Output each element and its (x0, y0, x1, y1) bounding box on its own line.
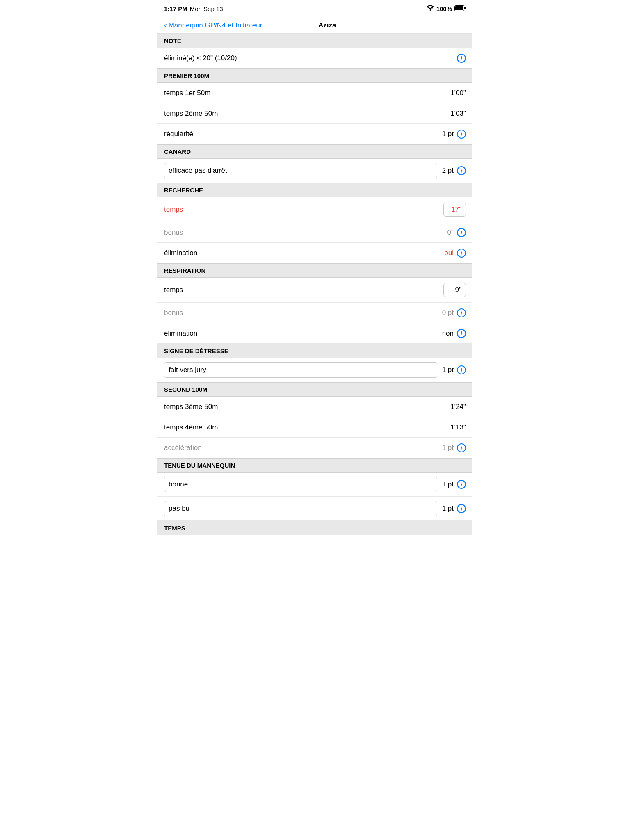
row-label: bonus (164, 309, 442, 317)
info-button[interactable]: i (457, 228, 466, 237)
row-value-info-wrap: noni (442, 329, 466, 338)
battery-percentage: 100% (436, 5, 452, 12)
info-button[interactable]: i (457, 308, 466, 317)
row-value: 1 pt (442, 504, 454, 513)
row-value: 1'03" (450, 110, 466, 118)
row-label: régularité (164, 130, 442, 138)
back-button[interactable]: ‹ Mannequin GP/N4 et Initiateur (164, 21, 262, 30)
svg-rect-1 (455, 6, 463, 10)
row-value-info-wrap: 1 pti (442, 504, 466, 513)
row-label: élimination (164, 249, 444, 257)
table-row: éliminationnoni (158, 323, 472, 344)
section-header-recherche: RECHERCHE (158, 183, 472, 197)
row-input[interactable]: efficace pas d'arrêt (164, 163, 437, 178)
row-value: oui (444, 249, 454, 257)
svg-rect-2 (464, 7, 466, 9)
row-value-info-wrap: 0 pti (442, 308, 466, 317)
row-label: temps 3ème 50m (164, 403, 450, 411)
row-value: 1'24" (450, 403, 466, 411)
row-value-info-wrap: 2 pti (442, 166, 466, 175)
row-value-info-wrap: 1 pti (442, 130, 466, 139)
row-value: 1 pt (442, 130, 454, 138)
row-value: 1 pt (442, 444, 454, 452)
row-value: 0" (447, 228, 454, 237)
row-input[interactable]: bonne (164, 477, 437, 492)
status-right: 100% (427, 5, 466, 12)
row-value-info-wrap: 1 pti (442, 365, 466, 374)
status-bar: 1:17 PM Mon Sep 13 100% (158, 0, 472, 17)
battery-icon (454, 5, 466, 12)
info-button[interactable]: i (457, 504, 466, 513)
status-date: Mon Sep 13 (190, 5, 223, 12)
info-button[interactable]: i (457, 443, 466, 452)
row-input[interactable]: fait vers jury (164, 362, 437, 378)
row-value: non (442, 329, 454, 338)
table-row: pas bu1 pti (158, 497, 472, 521)
row-label: accélération (164, 444, 442, 452)
section-header-temps: TEMPS (158, 521, 472, 535)
page-title: Aziza (318, 21, 336, 30)
navigation-bar: ‹ Mannequin GP/N4 et Initiateur Aziza (158, 17, 472, 34)
section-header-note: NOTE (158, 34, 472, 48)
row-label: éliminé(e) < 20" (10/20) (164, 54, 457, 62)
row-value-info-wrap: 1 pti (442, 480, 466, 489)
section-header-second100m: SECOND 100M (158, 382, 472, 397)
table-row: éliminationouii (158, 243, 472, 263)
info-button[interactable]: i (457, 249, 466, 258)
row-label: bonus (164, 228, 447, 237)
table-row: efficace pas d'arrêt2 pti (158, 159, 472, 183)
table-row: éliminé(e) < 20" (10/20)i (158, 48, 472, 68)
back-label: Mannequin GP/N4 et Initiateur (169, 21, 262, 30)
section-header-premier100m: PREMIER 100M (158, 68, 472, 83)
row-label: temps (164, 286, 443, 294)
table-row: temps9" (158, 278, 472, 303)
row-value-info-wrap: ouii (444, 249, 466, 258)
row-label: élimination (164, 329, 442, 338)
row-value: 0 pt (442, 309, 454, 317)
table-row: temps 1er 50m1'00" (158, 83, 472, 103)
info-button[interactable]: i (457, 480, 466, 489)
info-button[interactable]: i (457, 365, 466, 374)
section-header-respiration: RESPIRATION (158, 263, 472, 278)
row-value: 1 pt (442, 366, 454, 374)
row-value: 2 pt (442, 167, 454, 175)
row-value-info-wrap: 1 pti (442, 443, 466, 452)
status-time: 1:17 PM (164, 5, 187, 12)
table-row: temps 2ème 50m1'03" (158, 103, 472, 124)
row-label: temps 4ème 50m (164, 423, 450, 431)
row-input[interactable]: pas bu (164, 501, 437, 516)
row-value: 1'13" (450, 423, 466, 431)
info-button[interactable]: i (457, 166, 466, 175)
table-row: bonus0"i (158, 222, 472, 243)
table-row: régularité1 pti (158, 124, 472, 144)
row-value-info-wrap: 0"i (447, 228, 466, 237)
table-row: bonne1 pti (158, 472, 472, 497)
info-button[interactable]: i (457, 329, 466, 338)
section-header-signe-detresse: SIGNE DE DÉTRESSE (158, 344, 472, 358)
main-content: NOTEéliminé(e) < 20" (10/20)iPREMIER 100… (158, 34, 472, 535)
time-input[interactable]: 9" (443, 283, 466, 297)
row-value: 1'00" (450, 89, 466, 97)
wifi-icon (427, 5, 434, 12)
row-label: temps 2ème 50m (164, 110, 450, 118)
row-label: temps 1er 50m (164, 89, 450, 97)
table-row: temps 3ème 50m1'24" (158, 397, 472, 417)
table-row: temps17" (158, 197, 472, 222)
table-row: temps 4ème 50m1'13" (158, 417, 472, 438)
row-label: temps (164, 205, 443, 214)
table-row: fait vers jury1 pti (158, 358, 472, 382)
row-value: 1 pt (442, 480, 454, 488)
info-button[interactable]: i (457, 54, 466, 63)
table-row: accélération1 pti (158, 438, 472, 458)
info-button[interactable]: i (457, 130, 466, 139)
table-row: bonus0 pti (158, 303, 472, 323)
back-chevron-icon: ‹ (164, 21, 167, 30)
section-header-canard: CANARD (158, 144, 472, 159)
time-input[interactable]: 17" (443, 203, 466, 217)
section-header-tenue-mannequin: TENUE DU MANNEQUIN (158, 458, 472, 472)
